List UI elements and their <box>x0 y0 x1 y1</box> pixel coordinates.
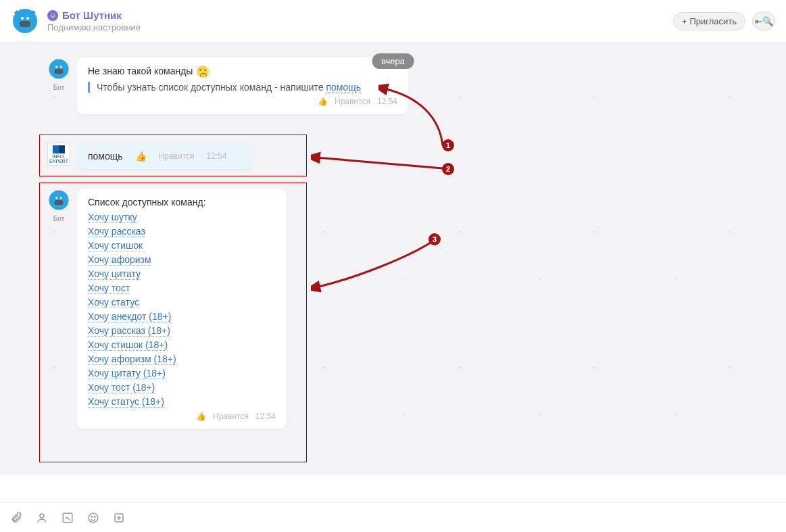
message-bot-1: Бот Не знаю такой команды Чтобы узнать с… <box>47 57 408 114</box>
command-link[interactable]: Хочу статус <box>88 297 139 308</box>
message-time: 12:54 <box>255 412 276 421</box>
svg-rect-9 <box>55 200 64 205</box>
invite-button[interactable]: + Пригласить <box>673 12 745 30</box>
sticker-icon[interactable] <box>112 511 126 525</box>
like-label[interactable]: Нравится <box>213 412 249 421</box>
chat-area: вчера Бот Не знаю такой команды Чтобы уз… <box>0 43 786 475</box>
svg-point-15 <box>91 516 93 517</box>
header-info: ☺ Бот Шутник Поднимаю настроение <box>47 9 673 32</box>
command-link[interactable]: Хочу шутку <box>88 212 137 223</box>
chat-title: Бот Шутник <box>62 9 122 21</box>
commands-heading: Список доступных команд: <box>88 197 276 208</box>
command-link[interactable]: Хочу анекдот (18+) <box>88 311 171 322</box>
search-toggle-button[interactable]: ⇤🔍 <box>752 11 775 30</box>
help-command-link[interactable]: помощь <box>326 82 361 93</box>
date-separator: вчера <box>372 53 414 69</box>
plus-icon: + <box>682 16 687 26</box>
chat-subtitle: Поднимаю настроение <box>47 22 673 32</box>
command-link[interactable]: Хочу афоризм <box>88 254 151 266</box>
command-link[interactable]: Хочу тост <box>88 283 130 294</box>
command-link[interactable]: Хочу рассказ <box>88 226 145 237</box>
command-link[interactable]: Хочу цитату <box>88 268 141 280</box>
message-bot-2: Бот Список доступных команд: Хочу шуткуХ… <box>47 189 287 429</box>
chat-header: ☺ Бот Шутник Поднимаю настроение + Пригл… <box>0 0 786 43</box>
command-link[interactable]: Хочу тост (18+) <box>88 382 155 393</box>
message-bubble: Список доступных команд: Хочу шуткуХочу … <box>77 189 287 429</box>
mention-icon[interactable] <box>35 511 49 525</box>
message-bubble-user: помощь 👍 Нравится 12:54 <box>77 143 253 170</box>
invite-label: Пригласить <box>689 16 737 26</box>
composer-toolbar <box>0 502 786 532</box>
svg-point-2 <box>21 17 24 20</box>
svg-point-14 <box>89 513 98 523</box>
command-link[interactable]: Хочу стишок (18+) <box>88 339 168 351</box>
like-label[interactable]: Нравится <box>335 97 370 106</box>
quote-block: Чтобы узнать список доступных команд - н… <box>88 82 397 93</box>
user-avatar: INFO-EXPERT <box>47 143 70 166</box>
annotation-badge-1: 1 <box>442 139 454 151</box>
command-link[interactable]: Хочу рассказ (18+) <box>88 325 170 337</box>
svg-point-16 <box>95 516 96 517</box>
svg-point-10 <box>55 197 57 199</box>
svg-point-6 <box>55 66 57 68</box>
svg-point-7 <box>60 66 62 68</box>
message-bubble: Не знаю такой команды Чтобы узнать списо… <box>77 57 408 114</box>
commands-list: Хочу шуткуХочу рассказХочу стишокХочу аф… <box>88 212 276 408</box>
svg-rect-5 <box>55 69 64 74</box>
bot-badge-icon: ☺ <box>47 10 58 21</box>
search-collapse-icon: ⇤🔍 <box>755 16 773 26</box>
edit-icon[interactable] <box>61 511 74 525</box>
emoji-icon[interactable] <box>87 511 100 525</box>
annotation-badge-2: 2 <box>442 163 454 175</box>
annotation-badge-3: 3 <box>428 233 441 245</box>
like-icon[interactable]: 👍 <box>135 151 147 162</box>
command-link[interactable]: Хочу статус (18+) <box>88 396 164 408</box>
like-icon[interactable]: 👍 <box>318 97 328 106</box>
attach-icon[interactable] <box>9 511 23 525</box>
like-label[interactable]: Нравится <box>159 151 195 161</box>
avatar-label-bot: Бот <box>47 215 70 222</box>
sad-emoji-icon <box>197 66 209 78</box>
command-link[interactable]: Хочу афоризм (18+) <box>88 354 176 365</box>
bot-avatar-small: Бот <box>47 189 70 212</box>
avatar-label-bot: Бот <box>47 84 70 91</box>
message-user-1: INFO-EXPERT помощь 👍 Нравится 12:54 <box>47 143 253 170</box>
message-time: 12:54 <box>207 151 227 161</box>
message-text: Не знаю такой команды <box>88 66 397 78</box>
command-link[interactable]: Хочу цитату (18+) <box>88 368 166 379</box>
svg-point-12 <box>40 514 44 518</box>
svg-point-3 <box>26 17 29 20</box>
user-message-text: помощь <box>88 151 123 162</box>
svg-point-11 <box>60 197 62 199</box>
message-time: 12:54 <box>377 97 397 106</box>
bot-avatar-large <box>11 7 39 35</box>
like-icon[interactable]: 👍 <box>196 412 206 421</box>
command-link[interactable]: Хочу стишок <box>88 240 143 251</box>
bot-avatar-small: Бот <box>47 57 70 80</box>
svg-rect-1 <box>20 21 30 27</box>
